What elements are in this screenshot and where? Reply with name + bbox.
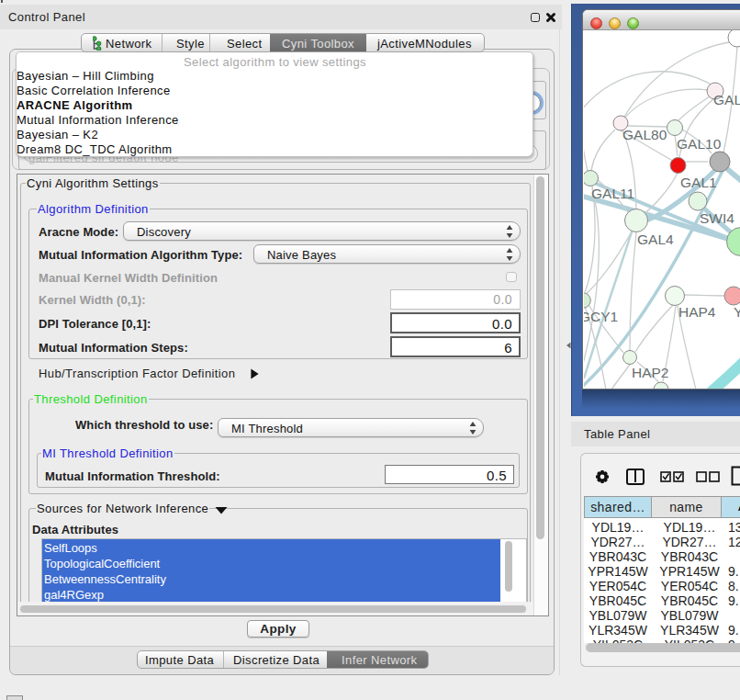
svg-text:GAL4: GAL4 xyxy=(637,231,674,247)
svg-text:GAL1: GAL1 xyxy=(680,175,717,190)
svg-text:GAL80: GAL80 xyxy=(622,127,667,142)
svg-text:GCY1: GCY1 xyxy=(584,309,618,324)
svg-text:HAP4: HAP4 xyxy=(678,304,716,320)
svg-text:SWI4: SWI4 xyxy=(700,210,734,226)
svg-text:YM: YM xyxy=(734,304,740,320)
svg-text:GAL10: GAL10 xyxy=(677,136,722,152)
svg-text:HAP2: HAP2 xyxy=(632,365,669,380)
svg-text:GAL2: GAL2 xyxy=(713,92,740,107)
svg-text:GAL11: GAL11 xyxy=(591,186,634,201)
